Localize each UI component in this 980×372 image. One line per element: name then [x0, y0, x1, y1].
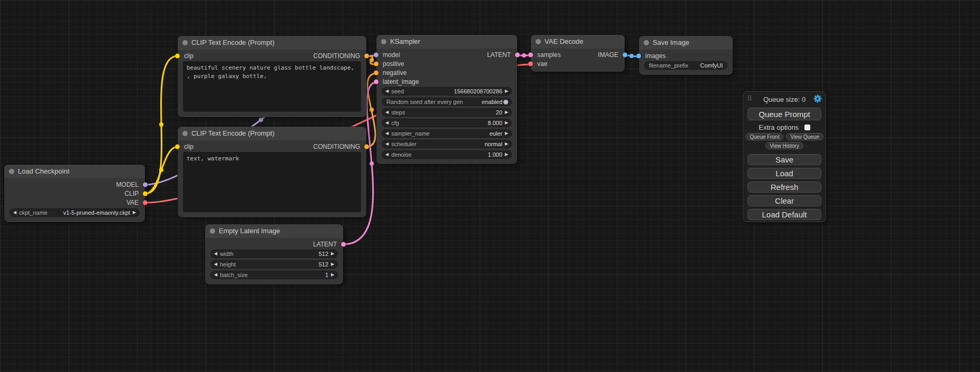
wire-midpoint-dot — [259, 118, 263, 122]
negative-prompt-textarea[interactable]: text, watermark — [183, 152, 361, 212]
model-output-slot[interactable] — [143, 182, 148, 187]
latent-output-slot[interactable] — [341, 242, 346, 246]
model-input-slot[interactable] — [374, 52, 379, 57]
increment-arrow-icon[interactable]: ▶ — [505, 131, 508, 136]
widget-value: 20 — [496, 109, 502, 116]
collapse-dot[interactable] — [644, 40, 649, 45]
increment-arrow-icon[interactable]: ▶ — [505, 89, 508, 93]
settings-gear-icon[interactable] — [813, 94, 822, 103]
node-load-checkpoint[interactable]: Load Checkpoint MODEL CLIP VAE ◀ ckpt_na… — [4, 165, 145, 222]
queue-buttons-row: Queue Front View Queue — [743, 133, 826, 140]
node-ksampler[interactable]: KSampler model LATENT positive negative … — [376, 35, 517, 164]
images-input-slot[interactable] — [636, 53, 641, 58]
conditioning-output-slot[interactable] — [364, 144, 369, 149]
widget-value: 1.000 — [488, 151, 502, 158]
refresh-button[interactable]: Refresh — [748, 182, 821, 193]
queue-prompt-button[interactable]: Queue Prompt — [748, 108, 821, 120]
widget-filename-prefix[interactable]: filename_prefix ComfyUI — [644, 61, 727, 70]
load-button[interactable]: Load — [748, 168, 821, 179]
image-output-slot[interactable] — [623, 52, 627, 57]
slot-row: MODEL — [4, 180, 145, 189]
conditioning-output-slot[interactable] — [364, 53, 369, 58]
positive-input-slot[interactable] — [374, 61, 379, 66]
widget-batch-size[interactable]: ◀ batch_size 1 ▶ — [210, 271, 338, 279]
increment-arrow-icon[interactable]: ▶ — [133, 211, 136, 215]
collapse-dot[interactable] — [210, 228, 215, 234]
latent-image-input-slot[interactable] — [374, 79, 379, 84]
negative-input-slot[interactable] — [374, 70, 379, 75]
vae-input-slot[interactable] — [528, 61, 533, 66]
save-button[interactable]: Save — [748, 154, 821, 165]
increment-arrow-icon[interactable]: ▶ — [505, 121, 508, 125]
view-queue-button[interactable]: View Queue — [786, 133, 823, 140]
input-label-vae: vae — [537, 60, 547, 68]
node-vae-decode[interactable]: VAE Decode samples IMAGE vae — [531, 35, 625, 72]
node-title-bar[interactable]: Save Image — [639, 36, 733, 50]
clip-output-slot[interactable] — [143, 191, 148, 196]
node-graph-canvas[interactable]: Load Checkpoint MODEL CLIP VAE ◀ ckpt_na… — [0, 0, 980, 372]
menu-button-stack: Save Load Refresh Clear Load Default — [743, 154, 826, 220]
extra-options-checkbox[interactable] — [804, 125, 810, 130]
decrement-arrow-icon[interactable]: ◀ — [13, 211, 16, 215]
node-title: VAE Decode — [545, 37, 583, 45]
clip-input-slot[interactable] — [175, 53, 180, 58]
toggle-indicator-icon[interactable] — [503, 100, 508, 104]
positive-prompt-textarea[interactable]: beautiful scenery nature glass bottle la… — [183, 61, 361, 112]
widget-value: 156680208700286 — [454, 88, 502, 94]
decrement-arrow-icon[interactable]: ◀ — [385, 131, 389, 136]
collapse-dot[interactable] — [9, 169, 14, 174]
decrement-arrow-icon[interactable]: ◀ — [214, 252, 217, 256]
increment-arrow-icon[interactable]: ▶ — [505, 110, 508, 115]
widget-denoise[interactable]: ◀ denoise 1.000 ▶ — [382, 150, 512, 159]
node-clip-text-encode-negative[interactable]: CLIP Text Encode (Prompt) clip CONDITION… — [178, 127, 366, 217]
clip-input-slot[interactable] — [175, 144, 180, 149]
widget-cfg[interactable]: ◀ cfg 8.000 ▶ — [382, 119, 512, 127]
input-label-clip: clip — [184, 143, 193, 150]
history-row: View History — [743, 142, 826, 149]
decrement-arrow-icon[interactable]: ◀ — [214, 273, 217, 277]
increment-arrow-icon[interactable]: ▶ — [331, 252, 334, 256]
decrement-arrow-icon[interactable]: ◀ — [385, 89, 389, 93]
widget-seed[interactable]: ◀ seed 156680208700286 ▶ — [382, 87, 512, 96]
widget-steps[interactable]: ◀ steps 20 ▶ — [382, 108, 512, 117]
decrement-arrow-icon[interactable]: ◀ — [385, 152, 389, 157]
increment-arrow-icon[interactable]: ▶ — [331, 273, 334, 277]
drag-handle-icon[interactable]: ⠿ — [747, 94, 752, 102]
collapse-dot[interactable] — [182, 40, 188, 45]
node-title-bar[interactable]: Load Checkpoint — [4, 165, 145, 178]
widget-width[interactable]: ◀ width 512 ▶ — [210, 250, 338, 258]
collapse-dot[interactable] — [182, 131, 188, 136]
node-title-bar[interactable]: VAE Decode — [531, 35, 625, 49]
node-save-image[interactable]: Save Image images filename_prefix ComfyU… — [639, 36, 733, 75]
decrement-arrow-icon[interactable]: ◀ — [385, 142, 389, 146]
view-history-button[interactable]: View History — [765, 142, 803, 149]
node-empty-latent-image[interactable]: Empty Latent Image LATENT ◀ width 512 ▶ … — [205, 224, 343, 284]
vae-output-slot[interactable] — [143, 200, 148, 205]
decrement-arrow-icon[interactable]: ◀ — [385, 110, 389, 115]
widget-height[interactable]: ◀ height 512 ▶ — [210, 260, 338, 269]
widget-sampler-name[interactable]: ◀ sampler_name euler ▶ — [382, 129, 512, 138]
node-clip-text-encode-positive[interactable]: CLIP Text Encode (Prompt) clip CONDITION… — [178, 36, 366, 117]
slot-row: LATENT — [205, 240, 343, 249]
increment-arrow-icon[interactable]: ▶ — [505, 152, 508, 157]
queue-front-button[interactable]: Queue Front — [745, 133, 783, 140]
samples-input-slot[interactable] — [528, 52, 533, 57]
increment-arrow-icon[interactable]: ▶ — [331, 262, 334, 266]
widget-ckpt-name[interactable]: ◀ ckpt_name v1-5-pruned-emaonly.ckpt ▶ — [9, 208, 140, 217]
node-title-bar[interactable]: Empty Latent Image — [205, 224, 343, 238]
increment-arrow-icon[interactable]: ▶ — [505, 142, 508, 146]
widget-random-seed-toggle[interactable]: Random seed after every gen enabled — [382, 98, 512, 106]
latent-output-slot[interactable] — [515, 52, 520, 57]
collapse-dot[interactable] — [381, 39, 386, 44]
node-title-bar[interactable]: CLIP Text Encode (Prompt) — [178, 127, 366, 140]
decrement-arrow-icon[interactable]: ◀ — [214, 262, 217, 266]
widget-scheduler[interactable]: ◀ scheduler normal ▶ — [382, 140, 512, 148]
clear-button[interactable]: Clear — [748, 195, 821, 206]
node-title-bar[interactable]: CLIP Text Encode (Prompt) — [178, 36, 366, 50]
node-title-bar[interactable]: KSampler — [376, 35, 517, 49]
collapse-dot[interactable] — [536, 39, 541, 44]
input-label-latent-image: latent_image — [383, 78, 419, 85]
decrement-arrow-icon[interactable]: ◀ — [385, 121, 389, 125]
load-default-button[interactable]: Load Default — [748, 209, 821, 220]
input-label-negative: negative — [383, 69, 406, 77]
